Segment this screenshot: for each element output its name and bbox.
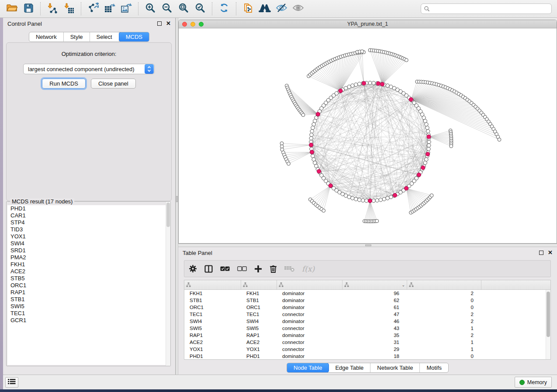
- mcds-result-item[interactable]: PMA2: [7, 254, 170, 261]
- mcds-result-item[interactable]: CAR1: [7, 212, 170, 219]
- table-row[interactable]: STB1STB1dominator620: [184, 297, 550, 304]
- table-row[interactable]: SWI5SWI5connector431: [184, 325, 550, 332]
- column-header-shared-name[interactable]: [184, 280, 241, 289]
- column-header-name[interactable]: [241, 280, 277, 289]
- table-row[interactable]: ACE2ACE2connector311: [184, 339, 550, 346]
- tab-style[interactable]: Style: [64, 32, 90, 41]
- cell-shared_name: SWI4: [184, 319, 241, 324]
- control-panel: Control Panel ✕ NetworkStyleSelectMCDS O…: [3, 18, 176, 375]
- cell-successor: 35: [343, 333, 407, 338]
- mcds-result-item[interactable]: RAP1: [7, 289, 170, 296]
- mcds-result-item[interactable]: ACE2: [7, 268, 170, 275]
- mcds-result-item[interactable]: YOX1: [7, 233, 170, 240]
- network-window-titlebar[interactable]: YPA_prune.txt_1: [179, 20, 557, 28]
- open-file-button[interactable]: [4, 2, 19, 16]
- table-panel-title: Table Panel: [183, 250, 212, 256]
- table-scrollbar-thumb[interactable]: [547, 292, 550, 337]
- show-column-icon[interactable]: [204, 265, 213, 273]
- hide-selected-button[interactable]: [274, 2, 289, 16]
- table-row[interactable]: TEC1TEC1connector472: [184, 311, 550, 318]
- cell-shared_name: FKH1: [184, 291, 241, 296]
- tab-edge-table[interactable]: Edge Table: [329, 363, 370, 372]
- add-column-icon[interactable]: [254, 265, 262, 273]
- search-binoculars-button[interactable]: [257, 2, 272, 16]
- tab-motifs[interactable]: Motifs: [420, 363, 448, 372]
- mcds-result-item[interactable]: FKH1: [7, 261, 170, 268]
- task-history-button[interactable]: [5, 377, 18, 388]
- splitter-handle[interactable]: [365, 244, 371, 246]
- float-window-icon[interactable]: [157, 21, 162, 26]
- cell-name: TEC1: [241, 312, 277, 317]
- memory-button[interactable]: Memory: [515, 377, 552, 388]
- float-window-icon[interactable]: [539, 251, 543, 255]
- table-row[interactable]: ORC1ORC1dominator610: [184, 304, 550, 311]
- tab-node-table[interactable]: Node Table: [287, 363, 329, 373]
- table-scrollbar[interactable]: [546, 290, 550, 359]
- cell-predecessor: 2: [407, 333, 481, 338]
- cell-successor: 18: [343, 354, 407, 359]
- mcds-list-scrollbar[interactable]: [166, 202, 170, 366]
- tab-network-table[interactable]: Network Table: [370, 363, 420, 372]
- search-input[interactable]: [421, 3, 552, 14]
- data-type-icon: [344, 281, 349, 289]
- import-table-button[interactable]: [62, 2, 76, 16]
- cell-mcds_role: connector: [277, 340, 343, 345]
- network-canvas[interactable]: [179, 28, 557, 243]
- mcds-result-item[interactable]: STP4: [7, 219, 170, 226]
- refresh-button[interactable]: [217, 2, 232, 16]
- show-all-button[interactable]: [291, 2, 305, 16]
- close-panel-icon[interactable]: ✕: [548, 251, 553, 255]
- mcds-result-item[interactable]: SWI4: [7, 240, 170, 247]
- zoom-selected-button[interactable]: [193, 2, 208, 16]
- window-close-icon[interactable]: [182, 22, 187, 27]
- import-network-button[interactable]: [45, 2, 60, 16]
- table-row[interactable]: YOX1YOX1connector291: [184, 346, 550, 353]
- zoom-fit-button[interactable]: [176, 2, 191, 16]
- column-header-successor-nodes[interactable]: ⌄: [343, 280, 407, 289]
- mcds-result-item[interactable]: PHD1: [7, 205, 170, 212]
- optimization-dropdown[interactable]: largest connected component (undirected): [23, 64, 155, 74]
- export-network-button[interactable]: [86, 2, 100, 16]
- mcds-result-item[interactable]: STB1: [7, 296, 170, 303]
- mcds-result-item[interactable]: SRD1: [7, 247, 170, 254]
- tab-select[interactable]: Select: [90, 32, 119, 41]
- delete-column-icon[interactable]: [270, 265, 277, 273]
- zoom-selected-icon: [195, 3, 205, 15]
- window-zoom-icon[interactable]: [199, 22, 204, 27]
- table-settings-gear-icon[interactable]: [189, 265, 197, 273]
- close-panel-button[interactable]: Close panel: [91, 79, 136, 89]
- tab-network[interactable]: Network: [29, 32, 64, 41]
- run-mcds-button[interactable]: Run MCDS: [42, 79, 86, 89]
- table-row[interactable]: FKH1FKH1dominator962: [184, 290, 550, 297]
- table-row[interactable]: PHD1PHD1dominator180: [184, 353, 550, 360]
- binoculars-icon: [259, 3, 271, 14]
- column-header-MCDS-role[interactable]: [277, 280, 343, 289]
- export-image-button[interactable]: [119, 2, 134, 16]
- deselect-all-rows-icon[interactable]: [237, 266, 247, 271]
- network-view-window: YPA_prune.txt_1: [178, 20, 557, 244]
- save-session-button[interactable]: [21, 2, 36, 16]
- mcds-result-list[interactable]: PHD1CAR1STP4TID3YOX1SWI4SRD1PMA2FKH1ACE2…: [7, 205, 170, 365]
- mcds-result-item[interactable]: STB5: [7, 275, 170, 282]
- close-panel-icon[interactable]: ✕: [166, 21, 171, 26]
- zoom-in-button[interactable]: [143, 2, 158, 16]
- table-row[interactable]: SWI4SWI4dominator462: [184, 318, 550, 325]
- splitter-handle[interactable]: [176, 196, 178, 202]
- window-minimize-icon[interactable]: [190, 22, 195, 27]
- mcds-result-item[interactable]: ORC1: [7, 282, 170, 289]
- mcds-result-item[interactable]: TID3: [7, 226, 170, 233]
- control-tab-bar: NetworkStyleSelectMCDS: [3, 32, 175, 42]
- mcds-result-item[interactable]: SWI5: [7, 303, 170, 310]
- export-table-button[interactable]: [102, 2, 117, 16]
- refresh-icon: [219, 3, 229, 15]
- mcds-result-item[interactable]: GCR1: [7, 317, 170, 324]
- table-row[interactable]: RAP1RAP1dominator352: [184, 332, 550, 339]
- horizontal-splitter[interactable]: [178, 244, 557, 247]
- mcds-result-item[interactable]: TEC1: [7, 310, 170, 317]
- desktop-wallpaper-bottom: [0, 389, 557, 392]
- select-all-rows-icon[interactable]: [220, 266, 230, 271]
- clone-network-button[interactable]: [241, 2, 256, 16]
- tab-mcds[interactable]: MCDS: [119, 32, 149, 42]
- zoom-out-button[interactable]: [159, 2, 174, 16]
- column-header-predecessor-nodes[interactable]: [407, 280, 481, 289]
